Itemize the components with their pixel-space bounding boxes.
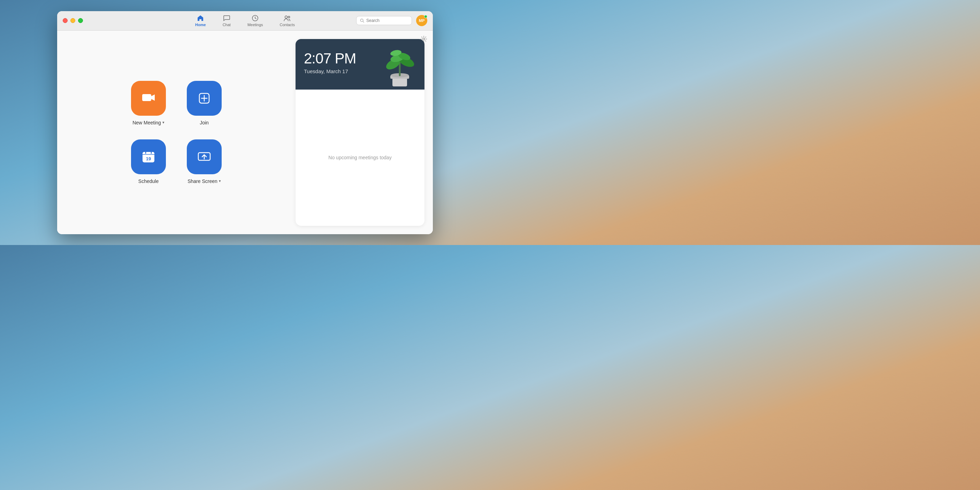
svg-line-4 [363,21,364,22]
share-screen-label: Share Screen ▾ [188,178,221,184]
new-meeting-button[interactable] [131,81,166,116]
share-screen-button[interactable] [187,139,222,174]
join-item: Join [187,81,222,126]
home-icon [197,14,204,22]
titlebar-right: MP [356,15,427,26]
actions-grid: New Meeting ▾ Join [131,81,222,184]
schedule-header: 2:07 PM Tuesday, March 17 [296,39,425,89]
schedule-item: 19 Schedule [131,139,166,184]
new-meeting-chevron: ▾ [162,120,164,125]
new-meeting-label: New Meeting ▾ [132,120,164,126]
tab-contacts-label: Contacts [280,23,295,27]
schedule-body: No upcoming meetings today [296,89,425,226]
join-label: Join [200,120,209,126]
search-box[interactable] [356,16,412,25]
avatar[interactable]: MP [416,15,427,26]
date-display: Tuesday, March 17 [304,68,416,74]
tab-chat[interactable]: Chat [216,13,238,28]
actions-panel: New Meeting ▾ Join [57,31,296,234]
titlebar: Home Chat Meetings [57,11,433,31]
svg-rect-11 [143,152,154,156]
camera-icon [141,91,156,106]
schedule-panel: 2:07 PM Tuesday, March 17 No upcoming me… [296,39,425,226]
tab-contacts[interactable]: Contacts [273,13,302,28]
tab-chat-label: Chat [223,23,231,27]
meetings-icon [251,14,259,22]
plus-icon [197,91,212,106]
svg-point-2 [288,16,290,18]
app-window: Home Chat Meetings [57,11,433,234]
time-display: 2:07 PM [304,50,416,67]
avatar-initials: MP [419,19,425,23]
tab-meetings[interactable]: Meetings [240,13,270,28]
close-button[interactable] [63,18,68,23]
svg-rect-6 [142,94,151,101]
nav-tabs: Home Chat Meetings [188,13,302,28]
chat-icon [223,14,231,22]
tab-meetings-label: Meetings [247,23,263,27]
share-icon [197,149,212,164]
new-meeting-item: New Meeting ▾ [131,81,166,126]
svg-text:19: 19 [146,156,151,161]
tab-home-label: Home [195,23,206,27]
search-input[interactable] [366,18,408,23]
avatar-online-badge [424,15,427,18]
search-icon [360,18,364,23]
calendar-icon: 19 [141,149,156,164]
schedule-button[interactable]: 19 [131,139,166,174]
minimize-button[interactable] [70,18,75,23]
share-screen-chevron: ▾ [219,179,221,183]
svg-point-1 [285,16,288,19]
traffic-lights [63,18,83,23]
maximize-button[interactable] [78,18,83,23]
schedule-label: Schedule [138,178,159,184]
main-content: New Meeting ▾ Join [57,31,433,234]
share-screen-item: Share Screen ▾ [187,139,222,184]
join-button[interactable] [187,81,222,116]
no-meetings-text: No upcoming meetings today [328,155,391,160]
contacts-icon [283,14,291,22]
tab-home[interactable]: Home [188,13,213,28]
